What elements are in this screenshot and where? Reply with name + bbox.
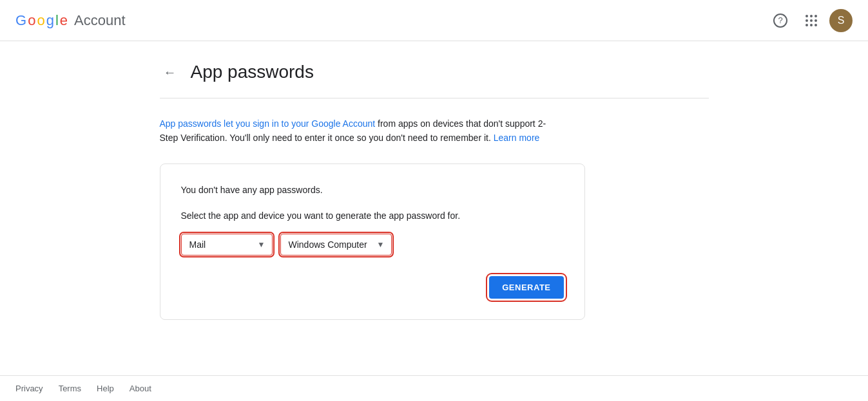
back-button[interactable]: ← — [160, 62, 180, 82]
apps-button[interactable] — [798, 8, 824, 33]
app-select[interactable]: Mail Calendar Contacts YouTube Other — [182, 234, 272, 255]
footer-link-privacy[interactable]: Privacy — [15, 384, 43, 393]
generate-row: GENERATE — [181, 276, 564, 299]
header: Google Account ? S — [0, 0, 868, 41]
google-logo: Google — [15, 12, 68, 29]
no-passwords-text: You don't have any app passwords. — [181, 185, 564, 195]
page-title-row: ← App passwords — [160, 62, 709, 82]
app-select-wrapper: Mail Calendar Contacts YouTube Other ▼ — [181, 234, 273, 256]
avatar[interactable]: S — [829, 9, 853, 32]
header-actions: ? S — [767, 8, 853, 33]
google-account-link[interactable]: Google Account — [311, 118, 375, 129]
page-title: App passwords — [191, 62, 314, 82]
content-area: ← App passwords App passwords let you si… — [144, 41, 724, 340]
instruction-text: Select the app and device you want to ge… — [181, 210, 564, 221]
main-content: ← App passwords App passwords let you si… — [0, 41, 868, 375]
divider — [160, 98, 709, 98]
logo-area: Google Account — [15, 12, 126, 29]
footer-link-about[interactable]: About — [130, 384, 151, 393]
grid-icon — [805, 15, 817, 26]
help-icon: ? — [773, 14, 787, 28]
selects-row: Mail Calendar Contacts YouTube Other ▼ W… — [181, 234, 564, 256]
device-select-wrapper: Windows Computer Mac iPhone iPad Android… — [280, 234, 392, 256]
device-select[interactable]: Windows Computer Mac iPhone iPad Android… — [281, 234, 391, 255]
footer-link-help[interactable]: Help — [97, 384, 114, 393]
account-text: Account — [74, 12, 126, 29]
back-arrow-icon: ← — [164, 65, 177, 80]
footer: Privacy Terms Help About — [0, 375, 868, 401]
footer-link-terms[interactable]: Terms — [59, 384, 81, 393]
learn-more-link[interactable]: Learn more — [494, 133, 540, 143]
generate-button[interactable]: GENERATE — [489, 276, 563, 299]
description: App passwords let you sign in to your Go… — [160, 117, 546, 145]
app-passwords-card: You don't have any app passwords. Select… — [160, 163, 585, 320]
help-button[interactable]: ? — [767, 8, 793, 33]
